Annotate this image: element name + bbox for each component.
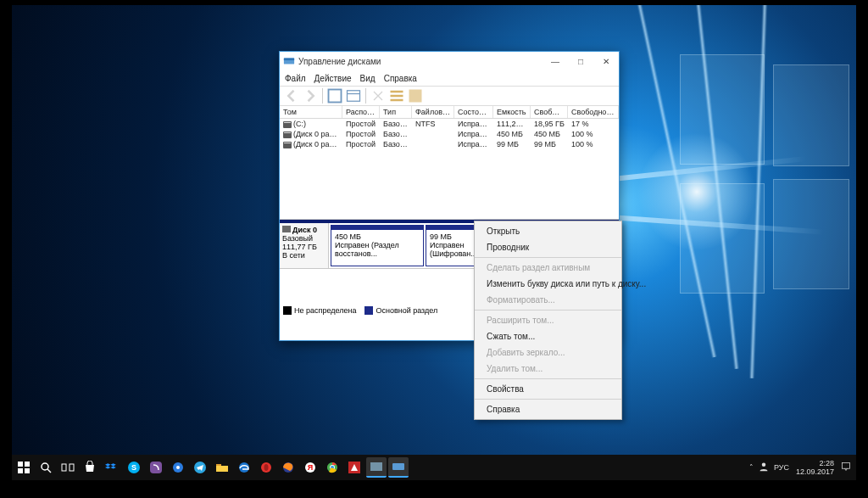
context-menu-item[interactable]: Проводник: [475, 239, 621, 255]
svg-point-33: [762, 463, 766, 467]
svg-rect-13: [70, 464, 74, 471]
svg-rect-34: [843, 463, 850, 469]
svg-rect-20: [216, 464, 221, 466]
context-menu-item[interactable]: Открыть: [475, 223, 621, 239]
action-center-icon[interactable]: [841, 462, 851, 473]
volume-icon: [283, 131, 292, 138]
explorer-icon[interactable]: [212, 457, 232, 478]
col-type[interactable]: Тип: [380, 106, 412, 118]
start-button[interactable]: [14, 457, 34, 478]
context-menu-item: Сделать раздел активным: [475, 260, 621, 276]
svg-rect-32: [392, 463, 404, 470]
svg-rect-3: [348, 91, 360, 102]
svg-rect-16: [150, 462, 162, 473]
svg-rect-2: [329, 90, 342, 103]
svg-point-23: [264, 464, 269, 471]
yandex-icon[interactable]: Я: [300, 457, 320, 478]
svg-text:S: S: [131, 463, 136, 472]
clock-time: 2:28: [819, 460, 834, 467]
dropbox-icon[interactable]: [102, 457, 122, 478]
volume-icon: [283, 121, 292, 128]
tool-x-icon: [370, 87, 387, 104]
tool-back-icon: [283, 87, 300, 104]
desktop: Управление дисками — □ ✕ Файл Действие В…: [12, 5, 856, 480]
store-icon[interactable]: [80, 457, 100, 478]
col-free[interactable]: Свобод...: [531, 106, 568, 118]
system-tray[interactable]: ˄ РУС: [749, 462, 789, 473]
photos-icon[interactable]: [168, 457, 188, 478]
tool-list-icon[interactable]: [388, 87, 405, 104]
volume-list: Том Располо... Тип Файловая с... Состоян…: [280, 106, 619, 219]
svg-rect-9: [25, 468, 30, 473]
context-menu-item: Добавить зеркало...: [475, 344, 621, 361]
language-indicator[interactable]: РУС: [774, 463, 789, 472]
context-menu-item[interactable]: Сжать том...: [475, 328, 621, 344]
menu-view[interactable]: Вид: [360, 74, 376, 83]
volume-row[interactable]: (Диск 0 раздел 1) ПростойБазовыйИсправен…: [280, 129, 619, 139]
context-menu: ОткрытьПроводникСделать раздел активнымИ…: [474, 221, 622, 420]
maximize-button[interactable]: □: [568, 52, 593, 70]
clock-date: 12.09.2017: [796, 468, 834, 476]
volume-icon: [283, 142, 292, 148]
minimize-button[interactable]: —: [542, 52, 568, 70]
context-menu-item[interactable]: Изменить букву диска или путь к диску...: [475, 276, 621, 292]
tray-people-icon[interactable]: [759, 462, 769, 473]
menu-file[interactable]: Файл: [285, 74, 306, 83]
svg-rect-8: [18, 468, 23, 473]
svg-point-18: [176, 466, 180, 469]
legend-swatch-unalloc: [283, 306, 292, 315]
svg-rect-1: [284, 59, 294, 61]
context-menu-item: Расширить том...: [475, 312, 621, 328]
svg-line-11: [47, 469, 51, 473]
app-icon-red[interactable]: [344, 457, 364, 478]
tool-refresh-icon[interactable]: [326, 87, 343, 104]
col-capacity[interactable]: Емкость: [493, 106, 531, 118]
tray-chevron-icon[interactable]: ˄: [749, 463, 754, 472]
context-menu-item[interactable]: Свойства: [475, 381, 621, 397]
tool-forward-icon: [302, 87, 319, 104]
toolbar: [280, 86, 619, 106]
column-headers[interactable]: Том Располо... Тип Файловая с... Состоян…: [280, 106, 619, 119]
titlebar[interactable]: Управление дисками — □ ✕: [280, 52, 619, 70]
context-menu-item: Удалить том...: [475, 361, 621, 377]
task-view-icon[interactable]: [58, 457, 78, 478]
taskbar-app-active[interactable]: [366, 457, 387, 478]
col-volume[interactable]: Том: [280, 106, 342, 118]
chrome-icon[interactable]: [322, 457, 342, 478]
col-layout[interactable]: Располо...: [342, 106, 380, 118]
menubar: Файл Действие Вид Справка: [280, 70, 619, 86]
opera-icon[interactable]: [256, 457, 276, 478]
window-title: Управление дисками: [298, 57, 381, 66]
disk-icon: [282, 226, 291, 232]
partition[interactable]: 450 МБ Исправен (Раздел восстанов...: [331, 225, 424, 266]
volume-row[interactable]: (C:) ПростойБазовыйNTFSИсправен...111,24…: [280, 119, 619, 129]
clock[interactable]: 2:28 12.09.2017: [796, 460, 834, 476]
edge-icon[interactable]: [234, 457, 254, 478]
close-button[interactable]: ✕: [593, 52, 619, 70]
svg-rect-31: [370, 462, 382, 471]
firefox-icon[interactable]: [278, 457, 298, 478]
taskbar: S Я ˄ РУС 2:28 12.09.2017: [12, 455, 856, 480]
svg-point-10: [42, 463, 48, 470]
col-status[interactable]: Состояние: [454, 106, 493, 118]
search-icon[interactable]: [36, 457, 56, 478]
taskbar-diskmgmt[interactable]: [388, 457, 409, 478]
tool-detail-icon[interactable]: [407, 87, 424, 104]
app-icon: [283, 55, 295, 67]
menu-help[interactable]: Справка: [384, 74, 417, 83]
volume-row[interactable]: (Диск 0 раздел 2) ПростойБазовыйИсправен…: [280, 139, 619, 149]
col-freepct[interactable]: Свободно %: [568, 106, 619, 118]
svg-rect-6: [18, 462, 23, 467]
svg-rect-12: [62, 464, 66, 471]
menu-action[interactable]: Действие: [314, 74, 352, 83]
col-fs[interactable]: Файловая с...: [412, 106, 454, 118]
svg-rect-5: [409, 90, 422, 103]
context-menu-item: Форматировать...: [475, 292, 621, 308]
viber-icon[interactable]: [146, 457, 166, 478]
context-menu-item[interactable]: Справка: [475, 401, 621, 417]
tool-props-icon[interactable]: [345, 87, 362, 104]
telegram-icon[interactable]: [190, 457, 210, 478]
skype-icon[interactable]: S: [124, 457, 144, 478]
disk-info[interactable]: Диск 0 Базовый 111,77 ГБ В сети: [280, 223, 329, 268]
legend-swatch-primary: [364, 306, 373, 315]
